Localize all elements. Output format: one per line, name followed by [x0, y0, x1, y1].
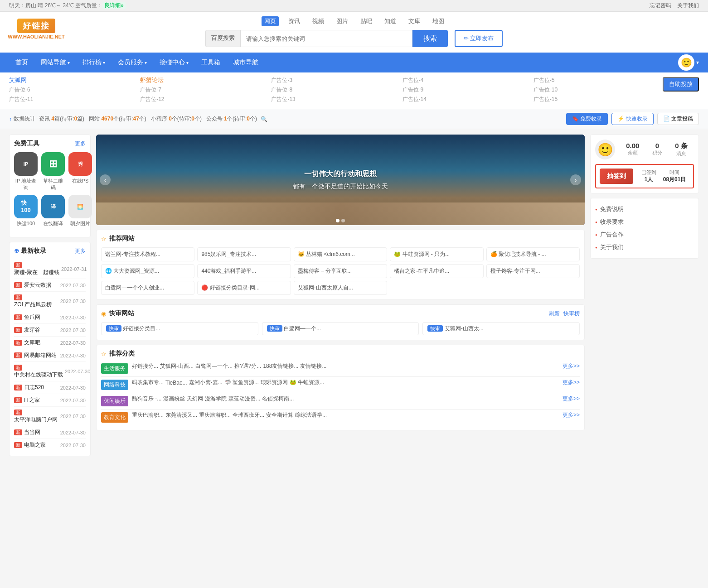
cat-more[interactable]: 更多>>: [563, 379, 580, 386]
list-item[interactable]: 🐸 牛蛙资源网 - 只为...: [390, 247, 483, 261]
tool-translate[interactable]: 译 在线翻译: [41, 195, 65, 227]
nav-tools[interactable]: 工具箱: [195, 53, 227, 72]
list-item[interactable]: 快审 艾狐网-山西太...: [422, 322, 580, 335]
cat-item[interactable]: 琅琊资源网: [261, 379, 288, 386]
cat-item[interactable]: 188友情链接...: [263, 362, 298, 370]
publish-button[interactable]: ✏ 立即发布: [455, 30, 503, 47]
cat-item[interactable]: 漫画粉丝: [163, 395, 185, 403]
nav-connect[interactable]: 接碰中心 ▾: [153, 53, 195, 72]
tab-images[interactable]: 图片: [334, 16, 351, 26]
banner-prev[interactable]: ‹: [100, 174, 111, 185]
list-item[interactable]: 新ZOL产品风云榜2022-07-30: [14, 292, 86, 311]
latest-more[interactable]: 更多: [75, 247, 86, 255]
cat-item[interactable]: 码农集市专...: [132, 379, 164, 386]
tab-news[interactable]: 资讯: [286, 16, 303, 26]
list-item[interactable]: 广告合作: [595, 228, 694, 241]
cat-item[interactable]: 酷狗音乐 -...: [132, 395, 161, 403]
tab-zhidao[interactable]: 知道: [382, 16, 399, 26]
tool-express[interactable]: 快100 快运100: [14, 195, 38, 227]
list-item[interactable]: 新太平洋电脑门户网2022-07-30: [14, 407, 86, 426]
cat-more[interactable]: 更多>>: [563, 411, 580, 419]
banner-next[interactable]: ›: [570, 174, 581, 185]
cat-item[interactable]: 重庆旅游职...: [199, 411, 231, 419]
tool-img[interactable]: 🌅 朝夕图片: [68, 195, 92, 227]
list-item[interactable]: 新文库吧2022-07-30: [14, 337, 86, 349]
list-item[interactable]: 新中关村在线驱动下载2022-07-30: [14, 362, 86, 381]
self-publish-button[interactable]: 自助投放: [663, 77, 699, 92]
cat-item[interactable]: 白鹭网—一个...: [195, 362, 233, 370]
list-item[interactable]: 🔴 好链接分类目录-网...: [197, 281, 291, 295]
forgot-password-link[interactable]: 忘记密码: [650, 2, 671, 9]
list-item[interactable]: 新鱼爪网2022-07-30: [14, 311, 86, 324]
list-item[interactable]: 橘台之家-在平凡中追...: [390, 264, 483, 278]
list-item[interactable]: 新网易邮箱网站2022-07-30: [14, 349, 86, 362]
cat-item[interactable]: 漫游学院: [205, 395, 227, 403]
cat-item[interactable]: 综综法语学...: [295, 411, 327, 419]
nav-directory[interactable]: 网站导航 ▾: [34, 53, 76, 72]
list-item[interactable]: 诺兰网-专注技术教程...: [101, 247, 194, 261]
list-item[interactable]: 新当当网2022-07-30: [14, 426, 86, 439]
tool-ip[interactable]: IP IP 地址查询: [14, 152, 38, 191]
ad-xiaxie[interactable]: 虾蟹论坛: [140, 76, 269, 84]
cat-item[interactable]: 好链接分...: [132, 362, 158, 370]
cat-item[interactable]: 全球西班牙...: [233, 411, 264, 419]
user-avatar-nav[interactable]: 🙂: [678, 54, 694, 71]
cat-item[interactable]: 东莞清溪又...: [165, 411, 197, 419]
list-item[interactable]: 关于我们: [595, 241, 694, 254]
tool-ps[interactable]: 秀 在线PS: [68, 152, 92, 191]
search-input[interactable]: [240, 30, 412, 47]
refresh-link[interactable]: 刷新: [549, 310, 560, 318]
list-item[interactable]: 收录要求: [595, 216, 694, 228]
cat-item[interactable]: 友情链接...: [300, 362, 326, 370]
cat-item[interactable]: TieBao...: [165, 380, 187, 386]
signin-button[interactable]: 抽签到: [600, 169, 633, 184]
cat-more[interactable]: 更多>>: [563, 395, 580, 403]
cat-item[interactable]: 重庆巴渝职...: [132, 411, 164, 419]
about-us-link[interactable]: 关于我们: [677, 2, 699, 9]
tab-tieba[interactable]: 贴吧: [358, 16, 375, 26]
cat-item[interactable]: 艾狐网-山西...: [160, 362, 194, 370]
tab-map[interactable]: 地图: [430, 16, 447, 26]
list-item[interactable]: 快审 白鹭网—一个...: [262, 322, 419, 335]
list-item[interactable]: 橙子馋客-专注于网...: [486, 264, 580, 278]
list-item[interactable]: 新聚赚-聚在一起赚钱2022-07-31: [14, 260, 86, 279]
article-submit-btn[interactable]: 📄 文章投稿: [657, 113, 699, 125]
cat-item[interactable]: 嘉湘小窝-嘉...: [189, 379, 223, 386]
list-item[interactable]: 🌐 大大资源网_资源...: [101, 264, 194, 278]
cat-more[interactable]: 更多>>: [563, 362, 580, 370]
cat-item[interactable]: 名侦探柯南...: [262, 395, 294, 403]
list-item[interactable]: 免费说明: [595, 203, 694, 216]
list-item[interactable]: 新日志5202022-07-30: [14, 381, 86, 394]
nav-city[interactable]: 城市导航: [227, 53, 265, 72]
cat-item[interactable]: 推?遇?分...: [234, 362, 261, 370]
list-item[interactable]: 🍊 聚优吧技术导航 - ...: [486, 247, 580, 261]
nav-ranking[interactable]: 排行榜 ▾: [76, 53, 112, 72]
leaderboard-link[interactable]: 快审榜: [563, 310, 580, 318]
tool-qr[interactable]: ⊞ 草料二维码: [41, 152, 65, 191]
list-item[interactable]: 440游戏_福利手游平...: [197, 264, 291, 278]
quick-submit-btn[interactable]: ⚡ 快速收录: [611, 113, 653, 125]
list-item[interactable]: 新发芽谷2022-07-30: [14, 324, 86, 337]
list-item[interactable]: 艾狐网-山西太原人自...: [294, 281, 387, 295]
list-item[interactable]: 新电脑之家2022-07-30: [14, 439, 86, 451]
list-item[interactable]: 新爱安云数据2022-07-30: [14, 279, 86, 292]
search-button[interactable]: 搜索: [412, 30, 448, 47]
tab-video[interactable]: 视频: [310, 16, 327, 26]
list-item[interactable]: 新IT之家2022-07-30: [14, 394, 86, 407]
tab-wenku[interactable]: 文库: [406, 16, 423, 26]
search-icon[interactable]: 🔍: [261, 116, 267, 122]
list-item[interactable]: 🐱 丛林猫 <clm6.com...: [294, 247, 387, 261]
list-item[interactable]: 985娱乐网_专注技术...: [197, 247, 291, 261]
ad-aifox[interactable]: 艾狐网: [9, 76, 138, 84]
cat-item[interactable]: 🐸 牛蛙资源...: [290, 379, 324, 386]
cat-item[interactable]: 🦈 鲨鱼资源...: [224, 379, 259, 386]
list-item[interactable]: 墨梅傅客 – 分享互联...: [294, 264, 387, 278]
list-item[interactable]: 快审 好链接分类目...: [101, 322, 258, 335]
tab-webpage[interactable]: 网页: [262, 16, 279, 26]
free-submit-btn[interactable]: 🔖 免费收录: [566, 113, 608, 125]
nav-membership[interactable]: 会员服务 ▾: [112, 53, 153, 72]
nav-home[interactable]: 首页: [9, 53, 34, 72]
list-item[interactable]: 白鹭网—一个个人创业...: [101, 281, 194, 295]
avatar-dropdown[interactable]: ▾: [696, 59, 699, 66]
tools-more[interactable]: 更多: [75, 140, 86, 148]
